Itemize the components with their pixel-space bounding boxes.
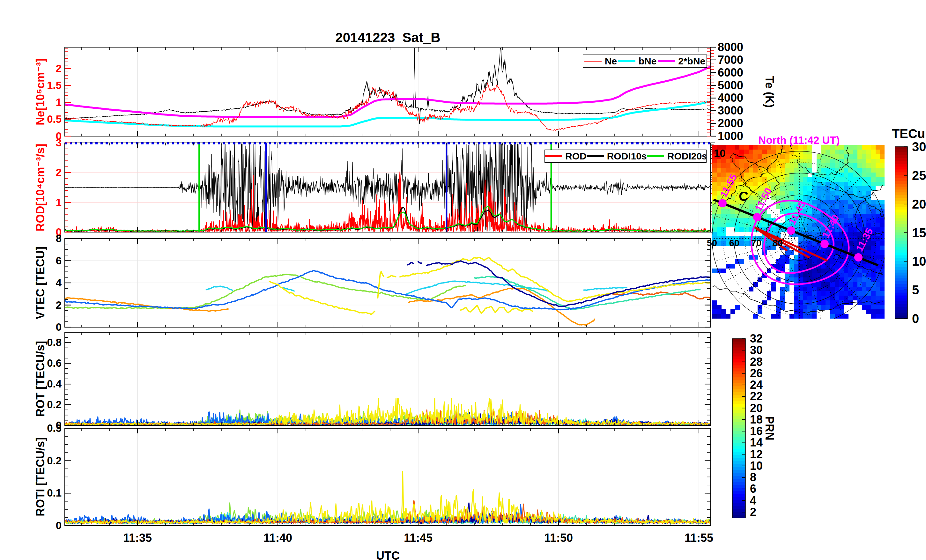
tec-cell bbox=[866, 273, 871, 278]
tec-cell bbox=[866, 145, 871, 150]
colorbar-cell bbox=[895, 241, 908, 244]
tec-cell bbox=[844, 277, 849, 282]
tec-cell bbox=[767, 291, 772, 296]
tec-cell bbox=[712, 268, 717, 273]
y-tick-label-rod: 1 bbox=[56, 197, 62, 209]
tec-cell bbox=[853, 182, 858, 186]
y-axis-label-vtec: VTEC [TECU] bbox=[34, 247, 47, 319]
tec-cell bbox=[866, 296, 871, 300]
tec-cell bbox=[871, 305, 876, 310]
tec-cell bbox=[807, 222, 812, 227]
g bbox=[65, 471, 710, 524]
colorbar-cell bbox=[895, 152, 908, 155]
tec-cell bbox=[794, 163, 799, 168]
tec-cell bbox=[803, 305, 808, 310]
tec-cell bbox=[812, 227, 817, 232]
tec-cell bbox=[812, 186, 817, 191]
prn-colorbar-tick-label: 30 bbox=[750, 344, 763, 357]
tec-cell bbox=[785, 182, 790, 186]
tec-cell bbox=[749, 218, 754, 223]
tec-cell bbox=[866, 255, 871, 260]
legend-label: Ne bbox=[605, 56, 617, 67]
tecu-colorbar-tick-label: 5 bbox=[912, 283, 919, 297]
tec-cell bbox=[758, 277, 763, 282]
tec-cell bbox=[871, 182, 876, 186]
tec-cell bbox=[780, 255, 785, 260]
tec-cell bbox=[848, 168, 853, 173]
colorbar-cell bbox=[895, 247, 908, 250]
tec-cell bbox=[780, 291, 785, 296]
tec-cell bbox=[776, 259, 781, 264]
tec-cell bbox=[817, 296, 822, 300]
colorbar-cell bbox=[895, 272, 908, 276]
tec-cell bbox=[880, 287, 885, 292]
tec-cell bbox=[848, 191, 853, 195]
prn-colorbar-tick-label: 16 bbox=[750, 424, 763, 438]
y-tick-label-rod: 3 bbox=[56, 137, 62, 149]
prn-colorbar-tick-label: 32 bbox=[750, 332, 763, 345]
colorbar-cell bbox=[895, 238, 908, 241]
legend-label: ROD bbox=[565, 151, 587, 162]
tec-cell bbox=[848, 287, 853, 292]
tec-cell bbox=[712, 191, 717, 195]
tec-cell bbox=[858, 300, 862, 305]
tec-cell bbox=[735, 154, 740, 159]
legend-swatch-rodi20s bbox=[647, 155, 664, 157]
tec-cell bbox=[853, 195, 858, 200]
tec-cell bbox=[721, 209, 726, 214]
tec-cell bbox=[794, 150, 799, 154]
tec-cell bbox=[835, 282, 840, 287]
tec-cell bbox=[785, 159, 790, 163]
colorbar-cell bbox=[895, 221, 908, 224]
tec-cell bbox=[862, 191, 867, 195]
y-tick-label-ne: 0.5 bbox=[47, 113, 62, 125]
tec-cell bbox=[739, 159, 744, 163]
series-PRN-navy bbox=[418, 262, 422, 263]
tec-cell bbox=[807, 163, 812, 168]
colorbar-cell bbox=[895, 293, 908, 296]
tec-cell bbox=[717, 209, 722, 214]
tec-cell bbox=[880, 291, 885, 296]
tec-cell bbox=[739, 259, 744, 264]
tec-cell bbox=[744, 236, 749, 241]
tec-cell bbox=[844, 195, 849, 200]
tec-cell bbox=[876, 282, 881, 287]
tec-cell bbox=[839, 177, 844, 182]
tec-cell bbox=[880, 218, 885, 223]
tec-cell bbox=[803, 264, 808, 268]
tec-cell bbox=[853, 296, 858, 300]
series-PRN-blue bbox=[65, 271, 711, 310]
y-tick-label-rot: 0.4 bbox=[47, 378, 62, 390]
tec-cell bbox=[866, 214, 871, 218]
tec-cell bbox=[858, 195, 862, 200]
tec-cell bbox=[858, 168, 862, 173]
tec-cell bbox=[830, 159, 835, 163]
figure: 11:5511:5011:4511:4011:35C50607080 20141… bbox=[0, 0, 926, 560]
tec-cell bbox=[880, 314, 885, 319]
series-PRN-yellowA bbox=[387, 275, 395, 277]
tec-cell bbox=[712, 186, 717, 191]
colorbar-cell bbox=[732, 458, 746, 461]
tec-cell bbox=[844, 182, 849, 186]
x-tick-label: 11:55 bbox=[684, 531, 713, 545]
legend-label: 2*bNe bbox=[678, 56, 705, 67]
tec-cell bbox=[790, 168, 794, 173]
tec-cell bbox=[848, 182, 853, 186]
tec-cell bbox=[735, 168, 740, 173]
map-c-label: C bbox=[739, 189, 748, 204]
track-dot bbox=[753, 213, 761, 221]
tec-cell bbox=[739, 218, 744, 223]
tec-cell bbox=[853, 222, 858, 227]
tec-cell bbox=[749, 168, 754, 173]
tec-cell bbox=[844, 177, 849, 182]
tec-cell bbox=[807, 305, 812, 310]
colorbar-cell bbox=[895, 184, 908, 187]
colorbar-cell bbox=[732, 515, 746, 518]
tec-cell bbox=[717, 309, 722, 314]
tec-cell bbox=[749, 154, 754, 159]
panel-roti bbox=[65, 428, 711, 525]
tec-cell bbox=[776, 186, 781, 191]
tec-cell bbox=[853, 264, 858, 268]
tec-cell bbox=[807, 154, 812, 159]
tec-cell bbox=[862, 305, 867, 310]
